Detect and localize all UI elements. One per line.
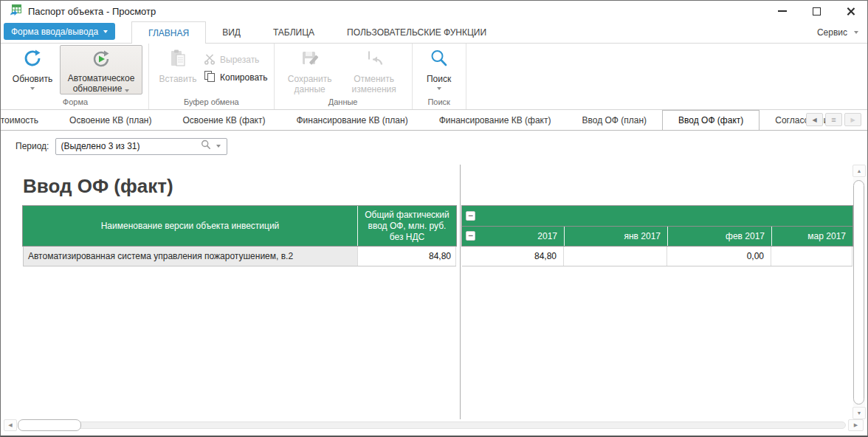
horizontal-scrollbar[interactable]: ◀ xyxy=(4,419,846,431)
collapse-icon[interactable]: − xyxy=(466,231,475,241)
scroll-right-button[interactable]: ▶ xyxy=(848,419,864,431)
column-header-feb2017[interactable]: фев 2017 xyxy=(667,227,771,246)
tab-nav: ◀ ≡ ▶ xyxy=(806,113,861,126)
column-header-total[interactable]: Общий фактический ввод ОФ, млн. руб. без… xyxy=(357,206,456,246)
copy-label: Копировать xyxy=(220,72,268,83)
group-label-search: Поиск xyxy=(418,96,460,109)
chevron-down-icon[interactable] xyxy=(216,145,221,148)
magnifier-icon[interactable] xyxy=(201,140,211,153)
ribbon-tab-view[interactable]: ВИД xyxy=(206,21,257,43)
document-tab-strip: Стоимость Освоение КВ (план) Освоение КВ… xyxy=(1,110,867,131)
copy-icon xyxy=(204,70,216,85)
auto-refresh-button[interactable]: Автоматическое обновление xyxy=(60,45,142,94)
close-icon xyxy=(846,7,855,16)
minimize-button[interactable] xyxy=(765,1,799,21)
ribbon-tab-table[interactable]: ТАБЛИЦА xyxy=(257,21,331,43)
cell-mar2017[interactable] xyxy=(771,246,852,266)
ribbon-group-data: Сохранить данные Отменить изменения Данн… xyxy=(275,44,413,109)
column-header-mar2017[interactable]: мар 2017 xyxy=(771,227,852,246)
page-title: Ввод ОФ (факт) xyxy=(23,175,173,198)
frozen-pane-divider xyxy=(460,165,461,419)
cell-feb2017[interactable]: 0,00 xyxy=(667,246,771,266)
form-io-menu-label: Форма ввода/вывода xyxy=(11,27,98,37)
period-value: (Выделено 3 из 31) xyxy=(56,141,201,151)
collapse-icon[interactable]: − xyxy=(466,211,475,221)
ribbon-tabs: ГЛАВНАЯ ВИД ТАБЛИЦА ПОЛЬЗОВАТЕЛЬСКИЕ ФУН… xyxy=(131,21,503,43)
app-icon xyxy=(10,4,22,18)
ribbon-tab-main[interactable]: ГЛАВНАЯ xyxy=(131,21,206,44)
save-data-button[interactable]: Сохранить данные xyxy=(280,45,340,95)
maximize-button[interactable] xyxy=(799,1,833,21)
tab-list-button[interactable]: ≡ xyxy=(825,113,842,126)
cell-jan2017[interactable] xyxy=(564,246,667,266)
service-menu-label: Сервис xyxy=(817,27,847,38)
tab-prev-button[interactable]: ◀ xyxy=(806,113,823,126)
tab-next-button[interactable]: ▶ xyxy=(844,113,861,126)
horizontal-scroll-thumb[interactable] xyxy=(18,419,81,431)
cell-object-name[interactable]: Автоматизированная система управления по… xyxy=(23,246,357,266)
copy-button[interactable]: Копировать xyxy=(204,69,268,86)
refresh-button[interactable]: Обновить xyxy=(8,45,57,90)
column-header-2017-label: 2017 xyxy=(537,231,557,241)
tab-vvod-of-fact[interactable]: Ввод ОФ (факт) xyxy=(662,110,760,131)
column-header-name[interactable]: Наименование версии объекта инвестиций xyxy=(23,206,357,246)
cut-button[interactable]: Вырезать xyxy=(204,51,268,69)
close-button[interactable] xyxy=(833,1,867,21)
service-menu[interactable]: Сервис xyxy=(817,27,858,38)
tab-vvod-of-plan[interactable]: Ввод ОФ (план) xyxy=(566,110,662,130)
vertical-scroll-thumb[interactable] xyxy=(853,180,864,405)
maximize-icon xyxy=(813,7,821,16)
paste-button[interactable]: Вставить xyxy=(155,45,201,84)
window-title: Паспорт объекта - Просмотр xyxy=(28,6,156,17)
refresh-icon xyxy=(23,49,42,70)
group-label-form: Форма xyxy=(8,96,142,109)
undo-changes-label: Отменить изменения xyxy=(342,74,406,95)
filter-row: Период: (Выделено 3 из 31) xyxy=(1,131,867,162)
window-controls xyxy=(765,1,867,21)
chevron-down-icon xyxy=(854,31,858,34)
content-area: Ввод ОФ (факт) Наименование версии объек… xyxy=(1,162,867,436)
ribbon-group-clipboard: Вставить Вырезать xyxy=(149,44,275,109)
scroll-up-button[interactable]: ▲ xyxy=(852,165,866,177)
table-header-row: Наименование версии объекта инвестиций О… xyxy=(23,206,456,246)
ribbon-group-form: Обновить Автоматическое обновление xyxy=(2,44,149,109)
tab-finansirovanie-kv-fact[interactable]: Финансирование КВ (факт) xyxy=(424,110,567,130)
chevron-down-icon xyxy=(125,89,129,92)
tab-osvoenie-kv-plan[interactable]: Освоение КВ (план) xyxy=(54,110,167,130)
tab-osvoenie-kv-fact[interactable]: Освоение КВ (факт) xyxy=(167,110,280,130)
table-row-values: 84,80 0,00 xyxy=(462,246,852,266)
auto-refresh-icon xyxy=(92,49,111,71)
app-window: Паспорт объекта - Просмотр Форма ввода/в… xyxy=(0,0,868,437)
table-row: Автоматизированная система управления по… xyxy=(23,246,456,266)
form-io-menu-button[interactable]: Форма ввода/вывода xyxy=(4,23,115,40)
undo-changes-button[interactable]: Отменить изменения xyxy=(342,45,406,95)
tab-stoimost[interactable]: Стоимость xyxy=(1,110,54,130)
year-group-header: − xyxy=(462,206,852,226)
cell-2017[interactable]: 84,80 xyxy=(462,246,564,266)
search-label: Поиск xyxy=(427,74,451,84)
save-data-label: Сохранить данные xyxy=(280,74,340,95)
ribbon-tab-user-functions[interactable]: ПОЛЬЗОВАТЕЛЬСКИЕ ФУНКЦИИ xyxy=(331,21,503,43)
scroll-left-button[interactable]: ◀ xyxy=(4,419,17,431)
refresh-label: Обновить xyxy=(13,74,52,84)
column-header-jan2017[interactable]: янв 2017 xyxy=(564,227,667,246)
period-label: Период: xyxy=(16,141,49,151)
ribbon-tab-row: Форма ввода/вывода ГЛАВНАЯ ВИД ТАБЛИЦА П… xyxy=(1,21,867,44)
ribbon-body: Обновить Автоматическое обновление xyxy=(1,44,867,110)
table-left-pane: Наименование версии объекта инвестиций О… xyxy=(23,206,456,266)
chevron-down-icon xyxy=(103,30,108,33)
group-label-clipboard: Буфер обмена xyxy=(155,96,268,109)
horizontal-scroll-track[interactable] xyxy=(18,421,846,429)
table-right-pane: − − 2017 янв 2017 фев 2017 мар 2017 84,8… xyxy=(462,206,852,266)
period-combobox[interactable]: (Выделено 3 из 31) xyxy=(55,138,227,155)
scroll-down-button[interactable]: ▼ xyxy=(852,407,866,419)
column-header-2017[interactable]: − 2017 xyxy=(462,227,564,246)
scissors-icon xyxy=(204,53,216,67)
tab-finansirovanie-kv-plan[interactable]: Финансирование КВ (план) xyxy=(280,110,423,130)
period-header-row: − 2017 янв 2017 фев 2017 мар 2017 xyxy=(462,226,852,246)
search-button[interactable]: Поиск xyxy=(418,45,460,90)
search-icon xyxy=(430,49,449,70)
cut-label: Вырезать xyxy=(220,55,259,65)
vertical-scrollbar[interactable]: ▲ ▼ xyxy=(852,165,866,419)
cell-total-value[interactable]: 84,80 xyxy=(357,246,456,266)
